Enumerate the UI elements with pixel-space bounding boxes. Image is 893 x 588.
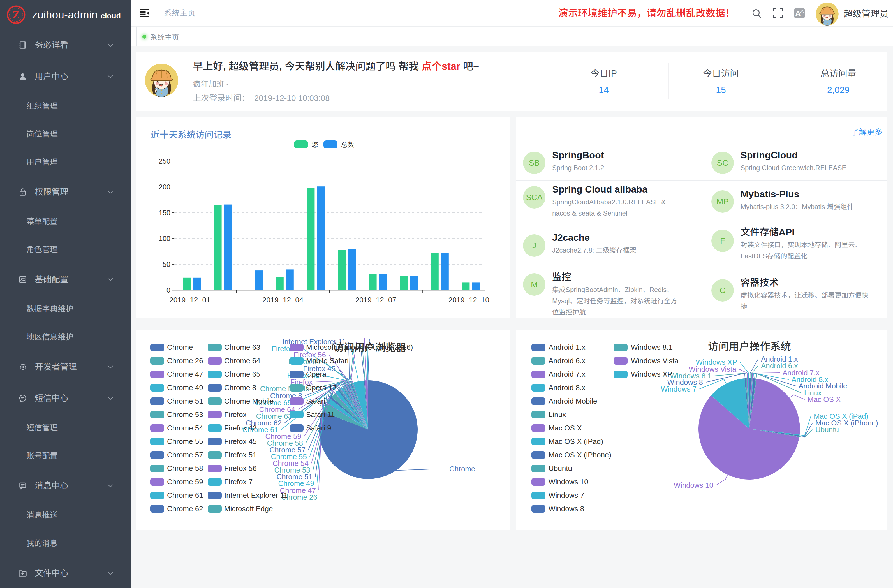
svg-text:Chrome: Chrome [449, 465, 475, 473]
svg-text:2019−12−04: 2019−12−04 [262, 296, 303, 304]
svg-text:文: 文 [800, 8, 804, 13]
svg-text:Windows 7: Windows 7 [661, 385, 696, 393]
svg-text:0: 0 [167, 286, 170, 294]
svg-text:50: 50 [162, 260, 170, 268]
svg-text:2019−12−01: 2019−12−01 [169, 296, 210, 304]
svg-text:2019−12−10: 2019−12−10 [448, 296, 489, 304]
svg-text:2019−12−07: 2019−12−07 [355, 296, 396, 304]
svg-text:100: 100 [159, 235, 170, 242]
svg-text:Ubuntu: Ubuntu [815, 426, 839, 434]
svg-text:150: 150 [159, 209, 170, 217]
svg-text:200: 200 [159, 183, 170, 191]
svg-text:Z: Z [13, 9, 20, 21]
svg-text:Windows 10: Windows 10 [674, 481, 713, 489]
svg-text:250: 250 [159, 157, 170, 165]
svg-text:Mac OS X: Mac OS X [807, 395, 840, 404]
